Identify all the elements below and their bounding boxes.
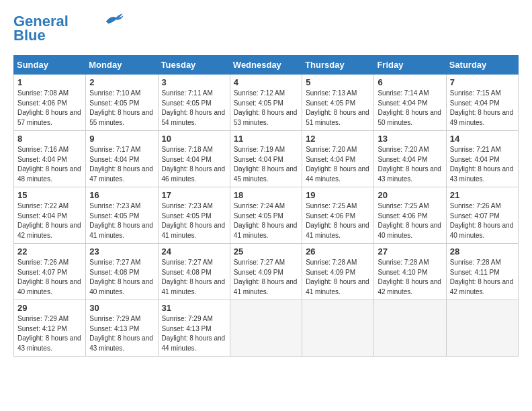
cell-info: Sunrise: 7:25 AM Sunset: 4:06 PM Dayligh… <box>306 201 370 240</box>
header-wednesday: Wednesday <box>230 56 302 75</box>
cell-info: Sunrise: 7:18 AM Sunset: 4:04 PM Dayligh… <box>162 145 226 184</box>
calendar-cell <box>446 300 518 357</box>
header: General Blue <box>13 13 519 44</box>
cell-info: Sunrise: 7:26 AM Sunset: 4:07 PM Dayligh… <box>450 201 515 240</box>
cell-info: Sunrise: 7:23 AM Sunset: 4:05 PM Dayligh… <box>162 201 226 240</box>
day-number: 15 <box>17 190 82 200</box>
calendar-cell: 14 Sunrise: 7:21 AM Sunset: 4:04 PM Dayl… <box>446 131 518 187</box>
logo-blue: Blue <box>13 27 46 44</box>
calendar-cell: 10 Sunrise: 7:18 AM Sunset: 4:04 PM Dayl… <box>158 131 230 187</box>
day-number: 23 <box>89 246 154 257</box>
cell-info: Sunrise: 7:14 AM Sunset: 4:04 PM Dayligh… <box>378 89 442 128</box>
calendar-cell: 9 Sunrise: 7:17 AM Sunset: 4:04 PM Dayli… <box>86 131 158 187</box>
cell-info: Sunrise: 7:17 AM Sunset: 4:04 PM Dayligh… <box>89 145 154 184</box>
day-number: 2 <box>89 77 154 87</box>
calendar-cell: 6 Sunrise: 7:14 AM Sunset: 4:04 PM Dayli… <box>374 75 446 131</box>
cell-info: Sunrise: 7:22 AM Sunset: 4:04 PM Dayligh… <box>17 201 82 240</box>
header-tuesday: Tuesday <box>158 56 230 75</box>
calendar-cell: 24 Sunrise: 7:27 AM Sunset: 4:08 PM Dayl… <box>158 244 230 300</box>
calendar-cell: 30 Sunrise: 7:29 AM Sunset: 4:13 PM Dayl… <box>86 300 158 357</box>
day-number: 29 <box>17 303 82 313</box>
day-number: 9 <box>89 134 154 144</box>
cell-info: Sunrise: 7:15 AM Sunset: 4:04 PM Dayligh… <box>450 89 515 128</box>
cell-info: Sunrise: 7:25 AM Sunset: 4:06 PM Dayligh… <box>378 201 442 240</box>
week-row-4: 22 Sunrise: 7:26 AM Sunset: 4:07 PM Dayl… <box>14 244 519 300</box>
calendar-header-row: SundayMondayTuesdayWednesdayThursdayFrid… <box>14 56 519 75</box>
cell-info: Sunrise: 7:28 AM Sunset: 4:09 PM Dayligh… <box>306 258 370 297</box>
calendar-cell: 13 Sunrise: 7:20 AM Sunset: 4:04 PM Dayl… <box>374 131 446 187</box>
cell-info: Sunrise: 7:29 AM Sunset: 4:12 PM Dayligh… <box>17 314 82 353</box>
cell-info: Sunrise: 7:20 AM Sunset: 4:04 PM Dayligh… <box>378 145 442 184</box>
day-number: 18 <box>234 190 298 200</box>
calendar-cell: 20 Sunrise: 7:25 AM Sunset: 4:06 PM Dayl… <box>374 187 446 244</box>
cell-info: Sunrise: 7:27 AM Sunset: 4:08 PM Dayligh… <box>89 258 154 297</box>
day-number: 16 <box>89 190 154 200</box>
day-number: 10 <box>162 134 226 144</box>
cell-info: Sunrise: 7:10 AM Sunset: 4:05 PM Dayligh… <box>89 89 154 128</box>
calendar-cell: 27 Sunrise: 7:28 AM Sunset: 4:10 PM Dayl… <box>374 244 446 300</box>
day-number: 21 <box>450 190 515 200</box>
logo-bird-icon <box>103 12 124 26</box>
day-number: 14 <box>450 134 515 144</box>
calendar-cell: 5 Sunrise: 7:13 AM Sunset: 4:05 PM Dayli… <box>302 75 374 131</box>
calendar-cell: 1 Sunrise: 7:08 AM Sunset: 4:06 PM Dayli… <box>14 75 86 131</box>
day-number: 22 <box>17 246 82 257</box>
cell-info: Sunrise: 7:19 AM Sunset: 4:04 PM Dayligh… <box>234 145 298 184</box>
day-number: 27 <box>378 246 442 257</box>
calendar-cell: 25 Sunrise: 7:27 AM Sunset: 4:09 PM Dayl… <box>230 244 302 300</box>
calendar-cell: 19 Sunrise: 7:25 AM Sunset: 4:06 PM Dayl… <box>302 187 374 244</box>
day-number: 8 <box>17 134 82 144</box>
day-number: 31 <box>162 303 226 313</box>
day-number: 11 <box>234 134 298 144</box>
day-number: 25 <box>234 246 298 257</box>
calendar-cell: 12 Sunrise: 7:20 AM Sunset: 4:04 PM Dayl… <box>302 131 374 187</box>
calendar-cell: 2 Sunrise: 7:10 AM Sunset: 4:05 PM Dayli… <box>86 75 158 131</box>
calendar-cell <box>374 300 446 357</box>
cell-info: Sunrise: 7:16 AM Sunset: 4:04 PM Dayligh… <box>17 145 82 184</box>
calendar-cell: 3 Sunrise: 7:11 AM Sunset: 4:05 PM Dayli… <box>158 75 230 131</box>
week-row-3: 15 Sunrise: 7:22 AM Sunset: 4:04 PM Dayl… <box>14 187 519 244</box>
header-saturday: Saturday <box>446 56 518 75</box>
header-thursday: Thursday <box>302 56 374 75</box>
cell-info: Sunrise: 7:27 AM Sunset: 4:09 PM Dayligh… <box>234 258 298 297</box>
day-number: 5 <box>306 77 370 87</box>
cell-info: Sunrise: 7:08 AM Sunset: 4:06 PM Dayligh… <box>17 89 82 128</box>
cell-info: Sunrise: 7:12 AM Sunset: 4:05 PM Dayligh… <box>234 89 298 128</box>
calendar-cell: 7 Sunrise: 7:15 AM Sunset: 4:04 PM Dayli… <box>446 75 518 131</box>
cell-info: Sunrise: 7:27 AM Sunset: 4:08 PM Dayligh… <box>162 258 226 297</box>
header-sunday: Sunday <box>14 56 86 75</box>
cell-info: Sunrise: 7:28 AM Sunset: 4:11 PM Dayligh… <box>450 258 515 297</box>
calendar-cell: 21 Sunrise: 7:26 AM Sunset: 4:07 PM Dayl… <box>446 187 518 244</box>
calendar-cell: 23 Sunrise: 7:27 AM Sunset: 4:08 PM Dayl… <box>86 244 158 300</box>
day-number: 30 <box>89 303 154 313</box>
day-number: 7 <box>450 77 515 87</box>
cell-info: Sunrise: 7:21 AM Sunset: 4:04 PM Dayligh… <box>450 145 515 184</box>
week-row-1: 1 Sunrise: 7:08 AM Sunset: 4:06 PM Dayli… <box>14 75 519 131</box>
day-number: 6 <box>378 77 442 87</box>
week-row-5: 29 Sunrise: 7:29 AM Sunset: 4:12 PM Dayl… <box>14 300 519 357</box>
day-number: 3 <box>162 77 226 87</box>
calendar-cell: 22 Sunrise: 7:26 AM Sunset: 4:07 PM Dayl… <box>14 244 86 300</box>
calendar-cell: 28 Sunrise: 7:28 AM Sunset: 4:11 PM Dayl… <box>446 244 518 300</box>
day-number: 19 <box>306 190 370 200</box>
day-number: 12 <box>306 134 370 144</box>
calendar-cell: 18 Sunrise: 7:24 AM Sunset: 4:05 PM Dayl… <box>230 187 302 244</box>
calendar-cell: 17 Sunrise: 7:23 AM Sunset: 4:05 PM Dayl… <box>158 187 230 244</box>
day-number: 20 <box>378 190 442 200</box>
day-number: 13 <box>378 134 442 144</box>
day-number: 26 <box>306 246 370 257</box>
cell-info: Sunrise: 7:11 AM Sunset: 4:05 PM Dayligh… <box>162 89 226 128</box>
cell-info: Sunrise: 7:20 AM Sunset: 4:04 PM Dayligh… <box>306 145 370 184</box>
cell-info: Sunrise: 7:13 AM Sunset: 4:05 PM Dayligh… <box>306 89 370 128</box>
calendar-cell: 29 Sunrise: 7:29 AM Sunset: 4:12 PM Dayl… <box>14 300 86 357</box>
day-number: 28 <box>450 246 515 257</box>
cell-info: Sunrise: 7:23 AM Sunset: 4:05 PM Dayligh… <box>89 201 154 240</box>
logo: General Blue <box>13 13 124 44</box>
calendar-table: SundayMondayTuesdayWednesdayThursdayFrid… <box>13 55 519 357</box>
cell-info: Sunrise: 7:29 AM Sunset: 4:13 PM Dayligh… <box>162 314 226 353</box>
header-monday: Monday <box>86 56 158 75</box>
day-number: 4 <box>234 77 298 87</box>
calendar-cell: 16 Sunrise: 7:23 AM Sunset: 4:05 PM Dayl… <box>86 187 158 244</box>
calendar-cell: 26 Sunrise: 7:28 AM Sunset: 4:09 PM Dayl… <box>302 244 374 300</box>
calendar-cell: 11 Sunrise: 7:19 AM Sunset: 4:04 PM Dayl… <box>230 131 302 187</box>
